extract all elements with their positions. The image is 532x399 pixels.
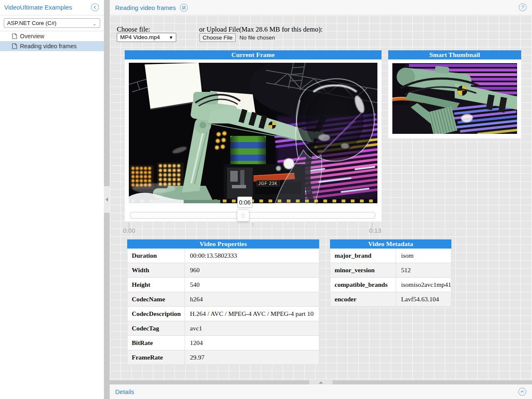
current-frame-title: Current Frame: [125, 50, 382, 59]
main-area: Reading video frames ? Choose file: MP4 …: [110, 0, 532, 399]
table-row: Width960: [128, 263, 319, 278]
sidebar-header: VideoUltimate Examples: [0, 0, 104, 15]
chevron-down-icon: ⌄: [92, 19, 97, 28]
details-panel: Details: [110, 384, 532, 399]
select-arrow-icon: ▼: [169, 33, 173, 42]
property-value: 29.97: [185, 350, 204, 365]
table-row: CodecDescriptionH.264 / AVC / MPEG-4 AVC…: [128, 307, 319, 321]
file-select[interactable]: MP4 Video.mp4 ▼: [117, 33, 176, 42]
main-header: Reading video frames ?: [110, 0, 532, 15]
smart-thumbnail-image: [392, 63, 517, 134]
video-metadata-title: Video Metadata: [330, 239, 451, 249]
upload-status-text: No file chosen: [239, 34, 275, 41]
table-row: encoderLavf54.63.104: [330, 292, 451, 307]
document-icon: [12, 43, 17, 49]
video-metadata-table: major_brandisom minor_version512 compati…: [330, 249, 451, 307]
frame-slider-handle[interactable]: [237, 209, 249, 222]
sidebar: VideoUltimate Examples ASP.NET Core (C#)…: [0, 0, 104, 399]
timeline-start-label: 0:00: [123, 227, 135, 234]
sidebar-splitter-grip[interactable]: [104, 186, 110, 213]
frame-slider-track[interactable]: [130, 212, 376, 219]
table-row: FrameRate29.97: [128, 350, 319, 365]
table-row: major_brandisom: [330, 249, 451, 263]
table-row: CodecTagavc1: [128, 321, 319, 336]
property-label: FrameRate: [128, 350, 185, 365]
upload-file-label: or Upload File(Max 28.6 MB for this demo…: [199, 25, 323, 34]
table-row: Duration00:00:13.5802333: [128, 249, 319, 263]
sidebar-item-label: Reading video frames: [20, 43, 76, 49]
sidebar-item-reading-video-frames[interactable]: Reading video frames: [0, 41, 104, 51]
details-title: Details: [115, 388, 134, 395]
details-splitter-grip[interactable]: [309, 380, 332, 384]
collapse-up-icon: [319, 382, 323, 384]
app-window: VideoUltimate Examples ASP.NET Core (C#)…: [0, 0, 532, 399]
property-value: avc1: [185, 321, 202, 335]
table-row: Height540: [128, 278, 319, 292]
current-frame-image: JGF 23K: [129, 63, 377, 203]
license-plate-text: JGF 23K: [259, 181, 278, 186]
smart-thumbnail-title: Smart Thumbnail: [388, 50, 521, 59]
property-value: 960: [185, 263, 200, 277]
collapse-left-icon: [106, 197, 108, 202]
table-row: minor_version512: [330, 263, 451, 278]
video-properties-panel: Video Properties Duration00:00:13.580233…: [127, 239, 319, 365]
video-properties-title: Video Properties: [127, 239, 319, 249]
content-area: Choose file: MP4 Video.mp4 ▼ or Upload F…: [110, 15, 532, 380]
metadata-value: Lavf54.63.104: [396, 292, 439, 306]
video-metadata-panel: Video Metadata major_brandisom minor_ver…: [330, 239, 451, 307]
video-properties-table: Duration00:00:13.5802333 Width960 Height…: [127, 249, 319, 365]
property-value: 540: [185, 278, 200, 292]
property-label: Height: [128, 278, 185, 292]
property-label: Duration: [128, 249, 185, 263]
property-label: CodecName: [128, 292, 185, 306]
metadata-label: major_brand: [330, 249, 396, 263]
choose-file-button[interactable]: Choose File: [200, 33, 236, 42]
property-label: CodecTag: [128, 321, 185, 335]
help-icon[interactable]: ?: [519, 3, 527, 11]
metadata-value: isomiso2avc1mp41: [396, 278, 451, 292]
timeline-tick-mid: [253, 223, 253, 227]
sidebar-item-overview[interactable]: Overview: [0, 31, 104, 41]
file-select-value: MP4 Video.mp4: [120, 34, 160, 40]
choose-file-label: Choose file:: [117, 25, 150, 34]
sidebar-collapse-icon[interactable]: [91, 3, 99, 11]
property-label: CodecDescription: [128, 307, 185, 321]
details-splitter[interactable]: [110, 380, 532, 384]
slider-grip-icon: [242, 213, 244, 218]
sidebar-item-label: Overview: [20, 33, 44, 39]
timeline-end-label: 0:13: [369, 227, 381, 234]
metadata-value: 512: [396, 263, 411, 277]
table-row: CodecNameh264: [128, 292, 319, 307]
document-icon: [12, 33, 17, 39]
details-collapse-icon[interactable]: [518, 388, 526, 396]
view-source-icon[interactable]: [180, 4, 188, 12]
metadata-label: compatible_brands: [330, 278, 396, 292]
table-row: compatible_brandsisomiso2avc1mp41: [330, 278, 451, 292]
property-value: H.264 / AVC / MPEG-4 AVC / MPEG-4 part 1…: [185, 307, 313, 321]
app-title: VideoUltimate Examples: [4, 4, 72, 11]
metadata-label: minor_version: [330, 263, 396, 277]
frame-slider-tooltip: 0:06: [237, 197, 252, 208]
framework-select-value: ASP.NET Core (C#): [7, 20, 57, 26]
smart-thumbnail-panel: Smart Thumbnail: [388, 50, 521, 138]
sidebar-nav: Overview Reading video frames: [0, 31, 104, 51]
current-frame-panel: Current Frame: [125, 50, 382, 222]
property-value: 1204: [185, 336, 203, 350]
table-row: BitRate1204: [128, 336, 319, 350]
property-value: h264: [185, 292, 203, 306]
framework-select[interactable]: ASP.NET Core (C#) ⌄: [4, 18, 100, 28]
sidebar-splitter[interactable]: [104, 0, 110, 399]
page-title: Reading video frames: [115, 4, 176, 11]
metadata-value: isom: [396, 249, 414, 263]
metadata-label: encoder: [330, 292, 396, 306]
property-label: Width: [128, 263, 185, 277]
property-label: BitRate: [128, 336, 185, 350]
property-value: 00:00:13.5802333: [185, 249, 237, 263]
